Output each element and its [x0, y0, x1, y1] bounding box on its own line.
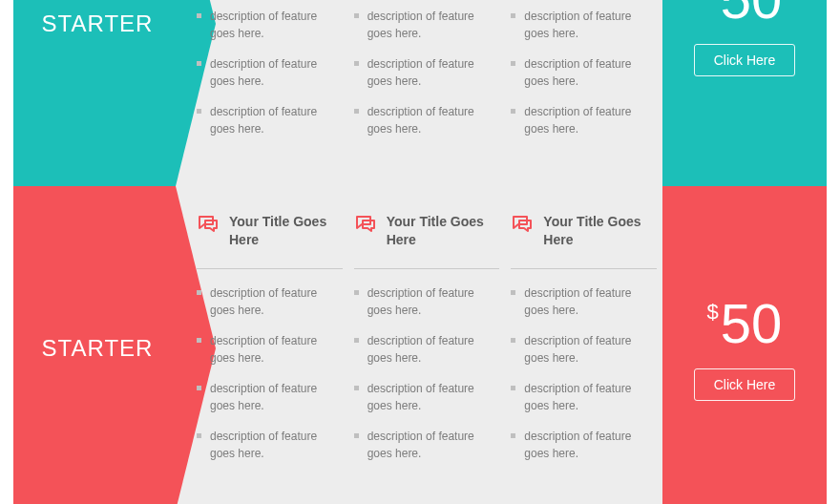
plan-cta-button[interactable]: Click Here: [694, 44, 796, 76]
divider: [511, 268, 657, 269]
feature-list: description of feature goes here. descri…: [354, 284, 500, 462]
plan-features: Your Title Goes Here description of feat…: [197, 0, 657, 177]
feature-item: description of feature goes here.: [354, 8, 500, 42]
plan-price: $ 50: [707, 0, 783, 27]
feature-item: description of feature goes here.: [354, 380, 500, 414]
pricing-stage: STARTER Your Title Goes Here description…: [13, 0, 827, 504]
feature-item: description of feature goes here.: [197, 428, 343, 462]
plan-name: STARTER: [36, 335, 154, 362]
feature-item: description of feature goes here.: [511, 8, 657, 42]
plan-label-block: STARTER: [13, 0, 176, 186]
feature-list: description of feature goes here. descri…: [197, 284, 343, 462]
plan-price: $ 50: [707, 296, 783, 351]
feature-column-title: Your Title Goes Here: [229, 213, 343, 249]
feature-item: description of feature goes here.: [354, 103, 500, 137]
feature-item: description of feature goes here.: [354, 284, 500, 319]
feature-item: description of feature goes here.: [511, 428, 657, 462]
feature-column-title: Your Title Goes Here: [387, 213, 500, 249]
feature-list: description of feature goes here. descri…: [354, 0, 500, 137]
feature-item: description of feature goes here.: [197, 55, 343, 90]
feature-item: description of feature goes here.: [511, 284, 657, 319]
feature-column: Your Title Goes Here description of feat…: [197, 0, 343, 177]
feature-item: description of feature goes here.: [354, 428, 500, 462]
pricing-plan: STARTER Your Title Goes Here description…: [13, 0, 827, 186]
feature-column-header: Your Title Goes Here: [511, 213, 657, 255]
plan-name: STARTER: [36, 10, 154, 37]
feature-column: Your Title Goes Here description of feat…: [511, 213, 657, 501]
feature-list: description of feature goes here. descri…: [511, 284, 657, 462]
feature-item: description of feature goes here.: [511, 103, 657, 137]
chat-icon: [354, 214, 377, 235]
plan-cta-button[interactable]: Click Here: [694, 368, 796, 401]
price-currency: $: [707, 302, 719, 323]
feature-item: description of feature goes here.: [511, 332, 657, 367]
pricing-plan: STARTER Your Title Goes Here description…: [13, 186, 827, 504]
plan-price-block: $ 50 Click Here: [662, 186, 827, 504]
divider: [197, 268, 343, 269]
feature-column: Your Title Goes Here description of feat…: [511, 0, 657, 177]
feature-list: description of feature goes here. descri…: [511, 0, 657, 137]
feature-item: description of feature goes here.: [197, 380, 343, 414]
plan-price-block: $ 50 Click Here: [662, 0, 827, 186]
feature-column-header: Your Title Goes Here: [354, 213, 500, 255]
feature-item: description of feature goes here.: [354, 55, 500, 90]
feature-column: Your Title Goes Here description of feat…: [197, 213, 343, 501]
feature-column-header: Your Title Goes Here: [197, 213, 343, 255]
price-value: 50: [721, 0, 783, 27]
feature-column: Your Title Goes Here description of feat…: [354, 213, 500, 501]
divider: [354, 268, 500, 269]
feature-item: description of feature goes here.: [197, 332, 343, 367]
feature-item: description of feature goes here.: [197, 284, 343, 319]
feature-column: Your Title Goes Here description of feat…: [354, 0, 500, 177]
feature-list: description of feature goes here. descri…: [197, 0, 343, 137]
feature-column-title: Your Title Goes Here: [543, 213, 657, 249]
price-value: 50: [721, 296, 783, 351]
feature-item: description of feature goes here.: [197, 103, 343, 137]
chat-icon: [197, 214, 220, 235]
chat-icon: [511, 214, 534, 235]
feature-item: description of feature goes here.: [511, 55, 657, 90]
feature-item: description of feature goes here.: [197, 8, 343, 42]
feature-item: description of feature goes here.: [511, 380, 657, 414]
feature-item: description of feature goes here.: [354, 332, 500, 367]
plan-features: Your Title Goes Here description of feat…: [197, 213, 657, 501]
plan-label-block: STARTER: [13, 186, 176, 504]
